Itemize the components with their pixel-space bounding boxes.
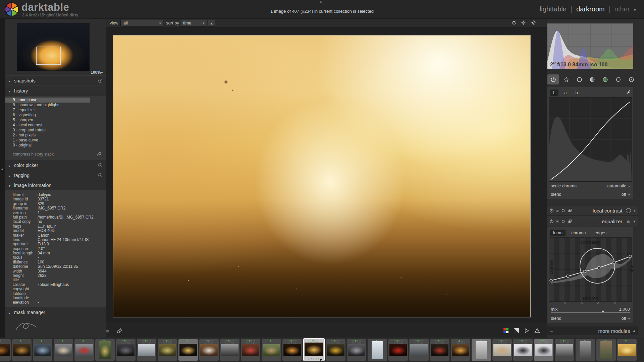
zoom-level[interactable]: 100%▾ [91,70,103,75]
filmstrip-thumbnail[interactable]: CR2 [555,339,574,361]
view-dropdown-caret-icon[interactable]: ▾ [634,7,636,12]
blending-icon[interactable] [626,219,631,224]
overlay-star-icon[interactable] [521,20,526,25]
filmstrip-thumbnail[interactable]: CR2 [95,339,115,361]
section-snapshots[interactable]: ▸snapshots [5,75,106,85]
create-style-icon[interactable] [96,152,102,157]
filmstrip-thumbnail[interactable]: CR2 [116,339,136,361]
section-color-picker[interactable]: ▸color picker [5,160,106,170]
mix-slider[interactable]: mix 1.000 ▲ [547,306,633,314]
group-correction-icon[interactable] [613,74,624,84]
group-favorites-icon[interactable] [560,74,572,84]
tab-L[interactable]: L [550,89,558,96]
color-picker-icon[interactable] [626,90,631,95]
history-item[interactable]: 1 - base curve [5,138,106,143]
filmstrip-thumbnail[interactable] [74,339,94,361]
equalizer-band-markers[interactable]: △△ △△ [549,302,632,306]
filmstrip-collapse-icon[interactable]: ▼ [319,357,323,362]
filmstrip-thumbnail[interactable]: CR2 [241,339,260,361]
star-rating[interactable]: ★★★★★ [308,358,320,360]
warning-icon[interactable] [534,328,540,334]
module-instance-icon[interactable] [568,219,572,224]
navigation-thumbnail[interactable] [17,23,90,71]
filmstrip-thumbnail[interactable]: CR2 [347,339,366,361]
history-item[interactable]: 3 - crop and rotate [5,128,106,133]
module-reset-icon[interactable] [561,219,566,224]
overexposure-icon[interactable] [514,328,519,334]
tab-b[interactable]: b [572,89,581,96]
tab-chroma[interactable]: chroma [568,230,589,236]
module-title[interactable]: equalizer [575,219,623,224]
local-contrast-module-header[interactable]: ≡ local contrast ◂ [547,206,638,216]
tab-edges[interactable]: edges [592,230,609,236]
main-image[interactable] [113,35,531,317]
filmstrip-thumbnail[interactable]: dng [451,339,470,361]
viewport-rectangle[interactable] [36,47,61,65]
history-item[interactable]: 9 - tone curve [5,98,90,103]
equalizer-graph[interactable]: contrasty smooth coarse fine [549,237,632,302]
group-active-modules-icon[interactable] [547,74,559,84]
guides-toggle-button[interactable]: G [512,20,516,25]
filmstrip-thumbnail[interactable]: CR2 [137,339,156,361]
filmstrip-thumbnail[interactable] [33,339,52,361]
filmstrip-thumbnail[interactable]: CR2 [492,339,512,361]
section-tagging[interactable]: ▸tagging [5,170,106,180]
group-tone-icon[interactable] [587,74,598,84]
filmstrip-thumbnail[interactable]: CR2 [576,339,595,361]
top-panel-collapse-icon[interactable]: ▲ [319,0,323,4]
view-filter-dropdown[interactable]: all▾ [120,20,163,26]
gamut-check-icon[interactable] [503,328,509,334]
module-title[interactable]: local contrast [575,208,623,214]
module-presets-icon[interactable]: ≡ [556,219,559,224]
scale-chroma-value[interactable]: automatic [607,183,626,188]
filmstrip-thumbnail[interactable] [0,339,11,361]
module-power-icon[interactable] [549,219,554,224]
filmstrip-thumbnail[interactable] [12,339,32,361]
filmstrip-thumbnail[interactable]: CR2 [596,339,616,361]
more-modules-label[interactable]: more modules [553,328,630,334]
history-item[interactable]: 5 - sharpen [5,118,106,123]
filmstrip-thumbnail[interactable]: CR2 [368,339,387,361]
filmstrip-thumbnail[interactable] [617,339,637,361]
module-instance-icon[interactable] [568,208,572,213]
module-power-icon[interactable] [549,208,554,213]
presets-icon[interactable] [98,163,102,167]
presets-icon[interactable] [98,79,102,83]
section-history[interactable]: ▾history [5,85,106,96]
filmstrip-thumbnail[interactable]: CR2 [388,339,408,361]
module-reset-icon[interactable] [561,208,566,213]
slider-thumb-icon[interactable]: ▲ [601,309,604,312]
section-image-information[interactable]: ▾image information [5,180,106,190]
history-item[interactable]: 2 - hot pixels [5,133,106,138]
view-other[interactable]: other [614,5,630,13]
histogram[interactable]: 2″ f/13.0 84mm iso 100 [547,23,633,69]
left-panel-collapse-icon[interactable]: ◂ [1,167,3,171]
more-modules-bar[interactable]: ≡ more modules ◂ [547,326,638,335]
view-lighttable[interactable]: lighttable [540,5,567,13]
filmstrip-thumbnail[interactable] [178,339,198,361]
slider-track[interactable] [551,312,630,313]
gear-icon[interactable] [531,20,536,25]
tab-a[interactable]: a [561,89,570,96]
group-color-icon[interactable] [600,74,611,84]
sort-dropdown[interactable]: time▾ [180,20,207,26]
view-darkroom[interactable]: darkroom [576,5,604,13]
sort-direction-button[interactable]: ▲ [208,20,215,26]
compress-history-button[interactable]: compress history stack [5,151,106,157]
tab-luma[interactable]: luma [550,230,566,236]
filmstrip-thumbnail[interactable]: CR2 [326,339,345,361]
filmstrip-thumbnail[interactable]: CR2 [472,339,491,361]
blend-value[interactable]: off [622,192,626,197]
tone-curve-graph[interactable] [549,97,632,182]
filmstrip-thumbnail[interactable]: CR2 [430,339,449,361]
blend-value[interactable]: off [622,316,626,321]
section-mask-manager[interactable]: ▸mask manager [5,307,106,317]
filmstrip-thumbnail[interactable]: CR2 [534,339,553,361]
history-item[interactable]: 7 - equalizer [5,108,106,113]
module-expander-icon[interactable]: ◂ [633,208,635,213]
filmstrip-thumbnail[interactable]: CR2 [158,339,177,361]
module-presets-icon[interactable]: ≡ [556,208,559,213]
equalizer-module-header[interactable]: ≡ equalizer ▾ [547,217,638,226]
filmstrip-thumbnail[interactable] [54,339,73,361]
presets-icon[interactable] [98,173,102,177]
